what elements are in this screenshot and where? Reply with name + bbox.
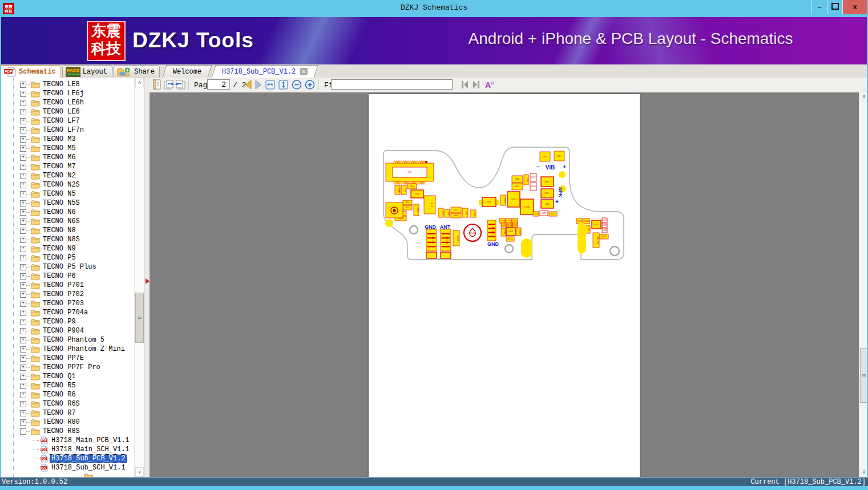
tree-file-h3718_sub_sch_v1.1[interactable]: PDFH3718_Sub_SCH_V1.1: [1, 463, 135, 472]
document-scrollbar-thumb[interactable]: ≡: [860, 348, 868, 403]
scroll-down-icon[interactable]: ∨: [860, 468, 868, 477]
expand-icon[interactable]: +: [20, 401, 26, 407]
expand-icon[interactable]: +: [20, 365, 26, 371]
expand-icon[interactable]: +: [20, 328, 26, 334]
find-next-icon[interactable]: [471, 79, 481, 92]
expand-icon[interactable]: +: [20, 173, 26, 179]
expand-icon[interactable]: +: [20, 182, 26, 188]
tree-folder-tecno-r6s[interactable]: +TECNO R6S: [1, 399, 135, 408]
tree-folder-tecno-r7[interactable]: +TECNO R7: [1, 408, 135, 418]
tree-folder-tecno-r8s[interactable]: -TECNO R8S: [1, 427, 135, 436]
scroll-up-icon[interactable]: ∧: [860, 92, 868, 102]
expand-icon[interactable]: +: [20, 200, 26, 206]
tree-folder-tecno-m6[interactable]: +TECNO M6: [1, 153, 135, 162]
tree-folder-tecno-p701[interactable]: +TECNO P701: [1, 281, 135, 290]
expand-icon[interactable]: +: [20, 374, 26, 380]
expand-icon[interactable]: +: [20, 273, 26, 280]
tree-folder-tecno-lf7n[interactable]: +TECNO LF7n: [1, 125, 135, 135]
tree-folder-tecno-m5[interactable]: +TECNO M5: [1, 144, 135, 153]
tool-tab-share[interactable]: Share: [114, 65, 160, 78]
expand-icon[interactable]: +: [20, 264, 26, 270]
expand-icon[interactable]: +: [20, 246, 26, 252]
tree-folder-tecno-le6h[interactable]: +TECNO LE6h: [1, 98, 135, 107]
scroll-up-icon[interactable]: ∧: [135, 78, 144, 87]
maximize-button[interactable]: [827, 0, 842, 14]
tree-folder-tecno-p703[interactable]: +TECNO P703: [1, 299, 135, 308]
expand-icon[interactable]: +: [20, 82, 26, 88]
tree-folder-tecno-n2[interactable]: +TECNO N2: [1, 171, 135, 180]
tree-scrollbar-thumb[interactable]: ≡: [135, 293, 144, 343]
tree-folder-partial[interactable]: [83, 472, 95, 477]
minimize-button[interactable]: –: [812, 0, 827, 14]
expand-icon[interactable]: +: [20, 310, 26, 316]
zoom-out-icon[interactable]: [292, 79, 302, 92]
tree-file-h3718_main_sch_v1.1[interactable]: PDFH3718_Main_SCH_V1.1: [1, 445, 135, 454]
expand-icon[interactable]: +: [20, 282, 26, 289]
tree-folder-tecno-p5[interactable]: +TECNO P5: [1, 253, 135, 262]
expand-icon[interactable]: +: [20, 155, 26, 161]
expand-icon[interactable]: +: [20, 228, 26, 234]
tree-folder-tecno-q1[interactable]: +TECNO Q1: [1, 372, 135, 381]
document-tab-h3718_sub_pcb_v1.2[interactable]: H3718_Sub_PCB_V1.2x: [212, 65, 318, 78]
tree-folder-tecno-le8[interactable]: +TECNO LE8: [1, 80, 135, 89]
tree-folder-tecno-p5-plus[interactable]: +TECNO P5 Plus: [1, 262, 135, 272]
document-tab-welcome[interactable]: Welcome: [162, 65, 212, 78]
expand-icon[interactable]: +: [20, 392, 26, 398]
expand-icon[interactable]: +: [20, 410, 26, 416]
expand-icon[interactable]: +: [20, 355, 26, 362]
tree-file-h3718_sub_pcb_v1.2[interactable]: PDFH3718_Sub_PCB_V1.2: [1, 454, 135, 463]
page-number-input[interactable]: [207, 79, 230, 90]
tool-tab-layout[interactable]: PADSLayout: [62, 65, 112, 78]
tree-folder-tecno-r6[interactable]: +TECNO R6: [1, 390, 135, 399]
scroll-down-icon[interactable]: ∨: [135, 467, 144, 477]
expand-icon[interactable]: +: [20, 164, 26, 170]
fit-page-icon[interactable]: [278, 79, 288, 92]
find-previous-icon[interactable]: [460, 79, 470, 92]
tree-folder-tecno-n6[interactable]: +TECNO N6: [1, 208, 135, 217]
expand-icon[interactable]: +: [20, 291, 26, 298]
tree-folder-tecno-p9[interactable]: +TECNO P9: [1, 317, 135, 326]
expand-icon[interactable]: +: [20, 127, 26, 133]
tree-folder-tecno-m3[interactable]: +TECNO M3: [1, 135, 135, 144]
rotate-ccw-icon[interactable]: [175, 79, 186, 92]
expand-icon[interactable]: +: [20, 218, 26, 225]
tool-tab-schematic[interactable]: PDFSchematic: [0, 65, 61, 78]
tree-folder-tecno-m7[interactable]: +TECNO M7: [1, 162, 135, 171]
next-page-icon[interactable]: [255, 79, 263, 92]
find-input[interactable]: [331, 79, 453, 90]
match-case-icon[interactable]: Aa: [485, 80, 494, 90]
tree-folder-tecno-phantom-5[interactable]: +TECNO Phantom 5: [1, 335, 135, 345]
rotate-cw-icon[interactable]: [163, 79, 175, 92]
close-button[interactable]: x: [842, 0, 867, 14]
expand-icon[interactable]: +: [20, 319, 26, 325]
expand-icon[interactable]: +: [20, 136, 26, 143]
document-scrollbar[interactable]: ∧ ≡ ∨: [859, 92, 868, 477]
document-canvas[interactable]: J011P0BC106C104U002R13R14C125R10C10BC1R2…: [150, 92, 859, 477]
expand-icon[interactable]: +: [20, 383, 26, 389]
tree-folder-tecno-n5[interactable]: +TECNO N5: [1, 189, 135, 199]
expand-icon[interactable]: +: [20, 145, 26, 152]
tree-folder-tecno-p704a[interactable]: +TECNO P704a: [1, 308, 135, 317]
expand-icon[interactable]: +: [20, 237, 26, 243]
expand-icon[interactable]: +: [20, 337, 26, 343]
close-tab-icon[interactable]: x: [300, 68, 308, 75]
tree-folder-tecno-pp7e[interactable]: +TECNO PP7E: [1, 354, 135, 363]
tree-folder-tecno-phantom-z-mini[interactable]: +TECNO Phantom Z Mini: [1, 345, 135, 354]
tree-folder-tecno-n6s[interactable]: +TECNO N6S: [1, 217, 135, 226]
expand-icon[interactable]: +: [20, 209, 26, 216]
tree-folder-tecno-le6[interactable]: +TECNO LE6: [1, 107, 135, 116]
expand-icon[interactable]: +: [20, 91, 26, 97]
prev-page-icon[interactable]: [244, 79, 252, 92]
tree-folder-tecno-n9[interactable]: +TECNO N9: [1, 244, 135, 253]
expand-icon[interactable]: +: [20, 118, 26, 124]
tree-folder-tecno-n2s[interactable]: +TECNO N2S: [1, 180, 135, 189]
tree-folder-tecno-p6[interactable]: +TECNO P6: [1, 272, 135, 281]
expand-icon[interactable]: +: [20, 100, 26, 106]
collapse-icon[interactable]: -: [20, 428, 26, 435]
tree-file-h3718_main_pcb_v1.1[interactable]: PDFH3718_Main_PCB_V1.1: [1, 436, 135, 445]
tree-scrollbar[interactable]: ∧ ≡ ∨: [134, 78, 144, 477]
fit-width-icon[interactable]: [265, 79, 275, 92]
tree-folder-tecno-n8s[interactable]: +TECNO N8S: [1, 235, 135, 244]
tree-folder-tecno-le6j[interactable]: +TECNO LE6j: [1, 89, 135, 98]
expand-icon[interactable]: +: [20, 419, 26, 426]
